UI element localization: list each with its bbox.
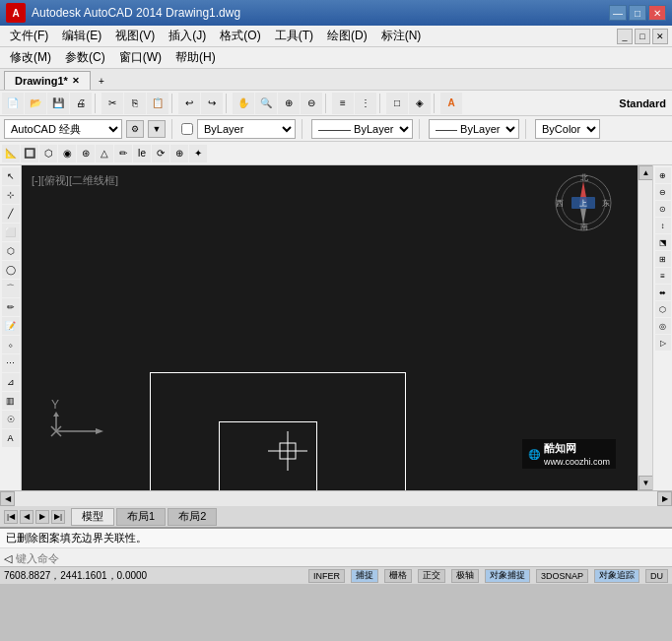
tab-nav-last[interactable]: ▶|: [51, 510, 65, 524]
lt-btn-2[interactable]: ⊹: [2, 186, 20, 204]
drawing-canvas[interactable]: [-][俯视][二维线框] 北 南 西 东 上: [22, 165, 638, 490]
autocad-help-button[interactable]: A: [440, 93, 462, 114]
menu-help[interactable]: 帮助(H): [169, 47, 222, 68]
close-button[interactable]: ✕: [648, 5, 666, 21]
model-tab[interactable]: 模型: [71, 508, 114, 526]
drawing1-tab-close[interactable]: ✕: [72, 76, 80, 86]
save-file-button[interactable]: 💾: [47, 93, 69, 114]
layout1-tab[interactable]: 布局1: [116, 508, 166, 526]
ortho-button[interactable]: 正交: [418, 569, 445, 583]
lt-btn-14[interactable]: ☉: [2, 411, 20, 428]
extra-btn-10[interactable]: ⊕: [170, 145, 188, 162]
menu-edit[interactable]: 编辑(E): [56, 26, 107, 46]
tab-nav-next[interactable]: ▶: [35, 510, 49, 524]
properties-button[interactable]: ≡: [332, 93, 354, 114]
rt-btn-5[interactable]: ⬔: [655, 234, 671, 250]
rt-btn-9[interactable]: ⬡: [655, 301, 671, 317]
lt-btn-12[interactable]: ⊿: [2, 373, 20, 391]
workspace-select[interactable]: AutoCAD 经典: [4, 119, 122, 139]
extra-btn-3[interactable]: ⬡: [39, 145, 57, 162]
bylayer-check[interactable]: [181, 123, 193, 135]
open-file-button[interactable]: 📂: [25, 93, 46, 114]
lt-btn-15[interactable]: A: [2, 429, 20, 447]
rt-btn-3[interactable]: ⊙: [655, 201, 671, 217]
extra-btn-5[interactable]: ⊛: [77, 145, 95, 162]
print-button[interactable]: 🖨: [70, 93, 92, 114]
layer-select[interactable]: ByLayer: [197, 119, 296, 139]
sub-minimize-button[interactable]: _: [617, 29, 633, 44]
minimize-button[interactable]: —: [609, 5, 627, 21]
horizontal-scrollbar[interactable]: ◀ ▶: [0, 490, 672, 505]
vertical-scrollbar[interactable]: ▲ ▼: [638, 165, 652, 490]
tab-nav-first[interactable]: |◀: [4, 510, 18, 524]
lt-btn-8[interactable]: ✏: [2, 298, 20, 316]
rt-btn-10[interactable]: ◎: [655, 318, 671, 334]
rt-btn-6[interactable]: ⊞: [655, 251, 671, 267]
scroll-down-button[interactable]: ▼: [638, 476, 653, 490]
lt-btn-5[interactable]: ⬡: [2, 242, 20, 260]
rt-btn-8[interactable]: ⬌: [655, 285, 671, 300]
maximize-button[interactable]: □: [629, 5, 646, 21]
scroll-up-button[interactable]: ▲: [638, 165, 653, 180]
infer-button[interactable]: INFER: [308, 569, 345, 583]
extra-btn-4[interactable]: ◉: [58, 145, 76, 162]
tab-nav-prev[interactable]: ◀: [20, 510, 34, 524]
layout2-tab[interactable]: 布局2: [168, 508, 217, 526]
3dosnap-button[interactable]: 3DOSNAP: [536, 569, 588, 583]
extra-btn-7[interactable]: ✏: [114, 145, 132, 162]
rt-btn-7[interactable]: ≡: [655, 268, 671, 284]
extra-btn-2[interactable]: 🔲: [21, 145, 38, 162]
lt-btn-10[interactable]: ⬦: [2, 336, 20, 353]
scroll-left-button[interactable]: ◀: [0, 491, 15, 506]
lt-btn-11[interactable]: ⋯: [2, 354, 20, 372]
workspace-settings-button[interactable]: ⚙: [126, 120, 144, 138]
grid-button[interactable]: 栅格: [384, 569, 412, 583]
paste-button[interactable]: 📋: [147, 93, 168, 114]
extra-btn-8[interactable]: Ie: [133, 145, 151, 162]
menu-view[interactable]: 视图(V): [109, 26, 161, 46]
menu-insert[interactable]: 插入(J): [163, 26, 212, 46]
lt-btn-3[interactable]: ╱: [2, 205, 20, 223]
menu-dimension[interactable]: 标注(N): [375, 26, 428, 46]
menu-window[interactable]: 窗口(W): [113, 47, 168, 68]
scroll-right-button[interactable]: ▶: [657, 491, 672, 506]
new-file-button[interactable]: 📄: [2, 93, 24, 114]
command-input[interactable]: [16, 552, 668, 564]
menu-tools[interactable]: 工具(T): [269, 26, 319, 46]
workspace-menu-button[interactable]: ▼: [148, 120, 166, 138]
rt-btn-11[interactable]: ▷: [655, 335, 671, 351]
copy-button[interactable]: ⎘: [124, 93, 146, 114]
color-select[interactable]: ByColor: [535, 119, 600, 139]
lt-btn-4[interactable]: ⬜: [2, 224, 20, 241]
sub-close-button[interactable]: ✕: [652, 29, 668, 44]
sub-restore-button[interactable]: □: [635, 29, 650, 44]
otrack-button[interactable]: 对象追踪: [594, 569, 639, 583]
menu-params[interactable]: 参数(C): [59, 47, 111, 68]
lt-pick-button[interactable]: ↖: [2, 167, 20, 185]
undo-button[interactable]: ↩: [178, 93, 200, 114]
extra-btn-9[interactable]: ⟳: [152, 145, 169, 162]
linetype-select[interactable]: ——— ByLayer: [311, 119, 413, 139]
extra-btn-6[interactable]: △: [96, 145, 113, 162]
insert-block-button[interactable]: □: [386, 93, 408, 114]
cut-button[interactable]: ✂: [101, 93, 123, 114]
match-props-button[interactable]: ⋮: [355, 93, 376, 114]
extra-btn-11[interactable]: ✦: [189, 145, 207, 162]
lt-btn-9[interactable]: 📝: [2, 317, 20, 335]
pan-button[interactable]: ✋: [233, 93, 254, 114]
extra-btn-1[interactable]: 📐: [2, 145, 20, 162]
lineweight-select[interactable]: —— ByLayer: [429, 119, 519, 139]
redo-button[interactable]: ↪: [201, 93, 223, 114]
xref-button[interactable]: ◈: [409, 93, 431, 114]
menu-format[interactable]: 格式(O): [214, 26, 266, 46]
zoom-window-button[interactable]: ⊕: [278, 93, 300, 114]
new-tab-button[interactable]: +: [93, 72, 110, 90]
rt-btn-1[interactable]: ⊕: [655, 167, 671, 183]
snap-button[interactable]: 捕捉: [351, 569, 378, 583]
lt-btn-7[interactable]: ⌒: [2, 280, 20, 297]
lt-btn-13[interactable]: ▥: [2, 392, 20, 410]
rt-btn-2[interactable]: ⊖: [655, 184, 671, 200]
zoom-button[interactable]: 🔍: [255, 93, 277, 114]
menu-file[interactable]: 文件(F): [4, 26, 54, 46]
rt-btn-4[interactable]: ↕: [655, 218, 671, 233]
